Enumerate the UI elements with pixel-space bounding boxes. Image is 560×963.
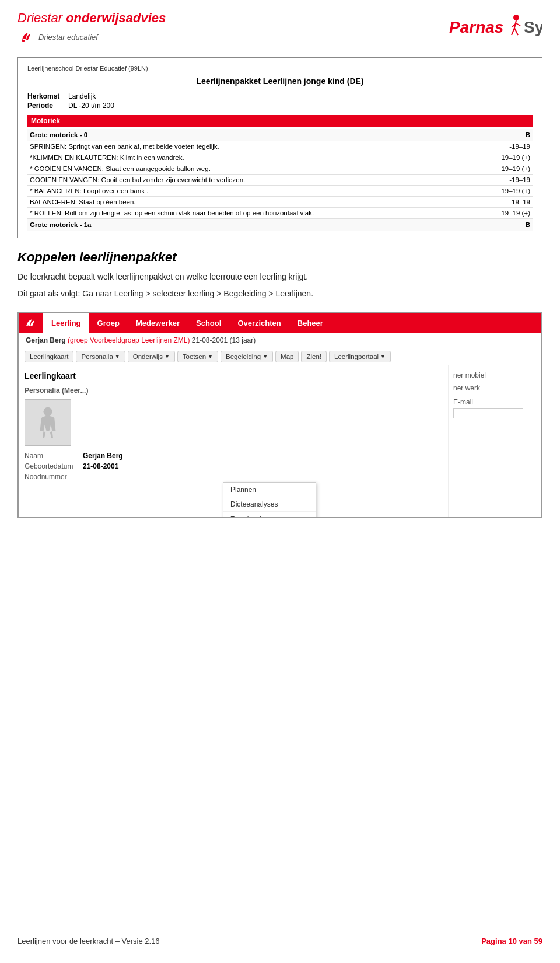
motoriek-row-value: -19–19: [470, 175, 533, 186]
parnas-logo-svg: Parnas Sys: [449, 11, 542, 46]
field-label: Naam: [24, 452, 83, 460]
svg-point-9: [44, 407, 52, 416]
nav-bar: LeerlingGroepMedewerkerSchoolOverzichten…: [19, 313, 541, 333]
nav-item-groep[interactable]: Groep: [89, 313, 128, 333]
tab-bar: LeerlingkaartPersonalia▼Onderwijs▼Toetse…: [19, 348, 541, 365]
motoriek-row-label: * GOOIEN EN VANGEN: Slaat een aangegooid…: [27, 163, 470, 175]
footer-page-prefix: Pagina: [481, 937, 508, 945]
footer-left: Leerlijnen voor de leerkracht – Versie 2…: [18, 937, 160, 945]
right-mobiel: ner mobiel: [453, 371, 537, 379]
nav-items-container: LeerlingGroepMedewerkerSchoolOverzichten…: [43, 313, 331, 333]
footer-page: Pagina 10 van 59: [481, 937, 542, 945]
svg-point-1: [513, 15, 519, 20]
nav-item-overzichten[interactable]: Overzichten: [229, 313, 289, 333]
footer-page-suffix: van 59: [517, 937, 542, 945]
motoriek-row-label: GOOIEN EN VANGEN: Gooit een bal zonder z…: [27, 175, 470, 186]
motoriek-row-label: Grote motoriek - 1a: [27, 219, 470, 231]
tab-zien![interactable]: Zien!: [301, 351, 327, 362]
motoriek-row-value: 19–19 (+): [470, 208, 533, 219]
footer-page-current: 10: [508, 937, 516, 945]
tab-leerlingportaal[interactable]: Leerlingportaal▼: [329, 351, 391, 362]
chevron-down-icon: ▼: [164, 354, 170, 360]
dropdown-item-dicteeanalyses[interactable]: Dicteeanalyses: [223, 497, 316, 512]
periode-value: DL -20 t/m 200: [68, 101, 118, 110]
field-row: NaamGerjan Berg: [24, 452, 442, 460]
student-avatar: [24, 399, 71, 446]
koppelen-text2: Dit gaat als volgt: Ga naar Leerling > s…: [18, 288, 542, 300]
sub-section-title: Personalia (Meer...): [24, 386, 442, 395]
svg-line-3: [512, 28, 514, 35]
motoriek-row-value: 19–19 (+): [470, 186, 533, 197]
driestar-bird-icon: [18, 28, 35, 46]
tab-begeleiding[interactable]: Begeleiding▼: [220, 351, 273, 362]
student-info: Gerjan Berg (groep Voorbeeldgroep Leerli…: [26, 336, 256, 344]
koppelen-text1: De leerkracht bepaalt welk leerlijnenpak…: [18, 271, 542, 283]
motoriek-row-label: Grote motoriek - 0: [27, 129, 470, 141]
begeleiding-dropdown: PlannenDicteeanalysesZorgdossierOnderwij…: [223, 482, 316, 518]
page-header: Driestar onderwijsadvies Driestar educat…: [0, 0, 560, 51]
field-row: Noodnummer: [24, 473, 442, 481]
motoriek-row-label: * BALANCEREN: Loopt over een bank .: [27, 186, 470, 197]
tab-leerlingkaart[interactable]: Leerlingkaart: [24, 351, 74, 362]
motoriek-row-value: -19–19: [470, 141, 533, 152]
tab-onderwijs[interactable]: Onderwijs▼: [128, 351, 175, 362]
right-panel: ner mobiel ner werk E-mail: [448, 365, 541, 517]
field-value: Gerjan Berg: [83, 452, 123, 460]
motoriek-row-value: 19–19 (+): [470, 163, 533, 175]
email-field-container: E-mail: [453, 398, 537, 418]
student-name-bold: Gerjan Berg: [26, 336, 68, 344]
field-label: Geboortedatum: [24, 462, 83, 470]
chevron-down-icon: ▼: [208, 354, 213, 360]
driestar-bold: Driestar: [18, 11, 62, 25]
chevron-down-icon: ▼: [115, 354, 120, 360]
tab-personalia[interactable]: Personalia▼: [76, 351, 125, 362]
fields-container: NaamGerjan BergGeboortedatum21-08-2001No…: [24, 452, 442, 481]
motoriek-row-value: 19–19 (+): [470, 152, 533, 163]
nav-item-medewerker[interactable]: Medewerker: [128, 313, 188, 333]
svg-line-6: [516, 23, 520, 26]
main-content: Koppelen leerlijnenpakket De leerkracht …: [18, 250, 542, 300]
student-sub-header: Gerjan Berg (groep Voorbeeldgroep Leerli…: [19, 333, 541, 348]
driestar-sub: Driestar educatief: [18, 28, 166, 46]
document-meta: Herkomst Landelijk Periode DL -20 t/m 20…: [27, 92, 533, 110]
driestar-italic: onderwijsadvies: [62, 11, 166, 25]
svg-point-0: [22, 40, 25, 42]
motoriek-row-label: *KLIMMEN EN KLAUTEREN: Klimt in een wand…: [27, 152, 470, 163]
motoriek-row-value: B: [470, 219, 533, 231]
left-panel: Leerlingkaart Personalia (Meer...) NaamG…: [19, 365, 448, 517]
chevron-down-icon: ▼: [380, 354, 386, 360]
page-footer: Leerlijnen voor de leerkracht – Versie 2…: [0, 937, 560, 945]
koppelen-title: Koppelen leerlijnenpakket: [18, 250, 542, 265]
tab-toetsen[interactable]: Toetsen▼: [177, 351, 218, 362]
document-title: Leerlijnenpakket Leerlijnen jonge kind (…: [27, 76, 533, 86]
motoriek-row-label: BALANCEREN: Staat op één been.: [27, 197, 470, 208]
nav-item-school[interactable]: School: [188, 313, 229, 333]
document-box: Leerlijnenschool Driestar Educatief (99L…: [18, 57, 542, 238]
nav-item-leerling[interactable]: Leerling: [43, 313, 89, 333]
nav-item-beheer[interactable]: Beheer: [289, 313, 331, 333]
periode-label: Periode: [27, 101, 68, 110]
right-werk: ner werk: [453, 384, 537, 392]
field-row: Geboortedatum21-08-2001: [24, 462, 442, 470]
school-header: Leerlijnenschool Driestar Educatief (99L…: [27, 65, 533, 72]
svg-text:Parnas: Parnas: [449, 18, 503, 36]
motoriek-table: Grote motoriek - 0BSPRINGEN: Springt van…: [27, 129, 533, 231]
email-input[interactable]: [453, 408, 523, 418]
student-group: (groep Voorbeeldgroep Leerlijnen ZML): [68, 336, 190, 344]
herkomst-label: Herkomst: [27, 92, 68, 101]
tab-map[interactable]: Map: [275, 351, 299, 362]
svg-text:Sys: Sys: [524, 18, 542, 36]
nav-logo-icon: [22, 314, 40, 332]
motoriek-row-label: SPRINGEN: Springt van een bank af, met b…: [27, 141, 470, 152]
herkomst-value: Landelijk: [68, 92, 118, 101]
section-motoriek: Motoriek: [27, 115, 533, 127]
dropdown-item-plannen[interactable]: Plannen: [223, 483, 316, 497]
dropdown-item-zorgdossier[interactable]: Zorgdossier: [223, 512, 316, 518]
chevron-down-icon: ▼: [262, 354, 268, 360]
motoriek-row-value: B: [470, 129, 533, 141]
motoriek-row-value: -19–19: [470, 197, 533, 208]
logo-left: Driestar onderwijsadvies Driestar educat…: [18, 11, 166, 46]
field-value: 21-08-2001: [83, 462, 118, 470]
svg-line-4: [514, 28, 518, 35]
panel-title: Leerlingkaart: [24, 371, 442, 381]
